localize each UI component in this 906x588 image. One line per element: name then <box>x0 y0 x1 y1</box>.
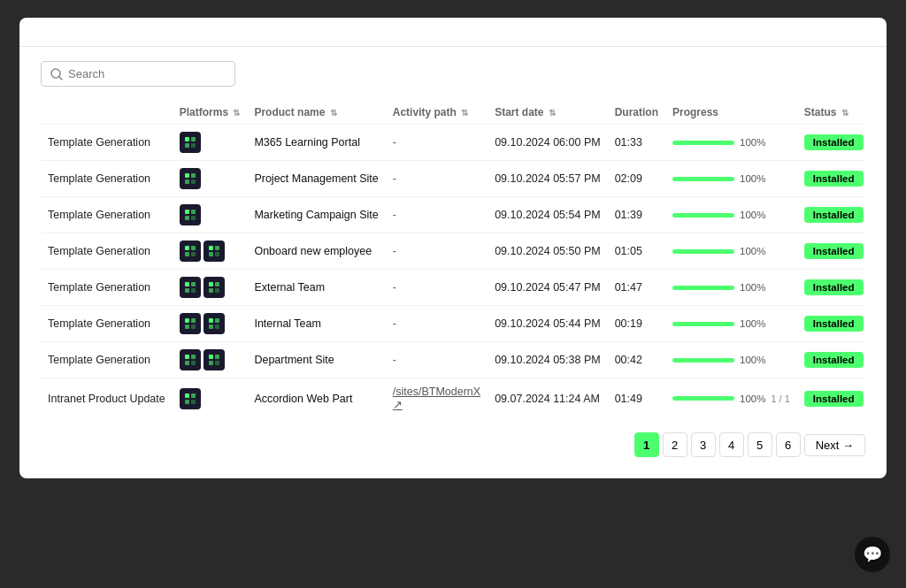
svg-rect-24 <box>185 288 189 293</box>
activity-type-cell: Template Generation <box>41 233 173 270</box>
svg-rect-47 <box>191 393 196 398</box>
page-button-6[interactable]: 6 <box>776 432 801 457</box>
status-badge: Installed <box>804 134 864 150</box>
platform-icon <box>180 168 201 189</box>
activity-type-cell: Template Generation <box>41 306 173 342</box>
platform-icon <box>203 241 225 262</box>
activity-type-cell: Template Generation <box>41 161 173 197</box>
duration-cell: 00:19 <box>608 306 665 342</box>
svg-rect-18 <box>209 246 213 250</box>
progress-bar-bg <box>672 141 734 145</box>
activity-path: - <box>393 354 396 366</box>
progress-pct: 100% <box>740 318 765 329</box>
search-input[interactable] <box>68 67 226 80</box>
activity-path: - <box>393 245 396 257</box>
svg-rect-45 <box>215 361 219 365</box>
svg-rect-11 <box>191 210 196 214</box>
progress-cell: 100% <box>665 161 797 197</box>
platform-icons <box>180 204 241 225</box>
svg-rect-25 <box>191 288 196 293</box>
svg-rect-30 <box>185 318 189 323</box>
progress-wrap: 100% <box>672 355 790 365</box>
activity-path: - <box>393 136 396 149</box>
platform-icon <box>203 349 225 370</box>
platform-icon <box>180 277 201 298</box>
table-row: Template GenerationM365 Learning Portal-… <box>41 125 865 161</box>
page-button-4[interactable]: 4 <box>719 432 744 457</box>
activity-report-modal: Platforms ⇅ Product name ⇅ Activity path… <box>19 18 887 478</box>
svg-rect-21 <box>215 252 219 256</box>
activity-path-cell: - <box>386 270 488 306</box>
page-button-3[interactable]: 3 <box>691 432 716 457</box>
progress-cell: 100%1 / 1 <box>665 378 797 419</box>
status-cell: Installed <box>797 125 865 161</box>
platform-icons <box>180 277 241 298</box>
progress-cell: 100% <box>665 342 797 378</box>
activity-table: Platforms ⇅ Product name ⇅ Activity path… <box>41 101 865 418</box>
status-cell: Installed <box>797 197 865 233</box>
duration: 01:47 <box>615 281 642 294</box>
progress-cell: 100% <box>665 233 797 270</box>
svg-rect-6 <box>185 173 189 178</box>
platform-icon <box>180 388 201 409</box>
svg-rect-23 <box>191 282 196 286</box>
modal-header <box>19 18 887 47</box>
platforms-cell <box>173 233 248 270</box>
duration-cell: 01:39 <box>608 197 665 233</box>
platforms-cell <box>173 161 248 197</box>
svg-line-1 <box>59 77 62 80</box>
table-row: Template GenerationExternal Team-09.10.2… <box>41 270 865 306</box>
start-date: 09.10.2024 05:50 PM <box>495 245 601 257</box>
progress-bar-fill <box>672 213 734 218</box>
svg-rect-41 <box>191 361 196 365</box>
progress-bar-fill <box>672 249 734 254</box>
table-header-row: Platforms ⇅ Product name ⇅ Activity path… <box>41 101 865 125</box>
start-date-cell: 09.10.2024 05:54 PM <box>488 197 608 233</box>
progress-wrap: 100% <box>672 173 790 184</box>
status-badge: Installed <box>804 352 864 368</box>
start-date-cell: 09.10.2024 05:50 PM <box>488 233 608 270</box>
platform-icon <box>203 313 225 334</box>
page-button-2[interactable]: 2 <box>663 432 687 457</box>
status-badge: Installed <box>804 316 864 332</box>
activity-path-link[interactable]: /sites/BTModernX ↗ <box>393 386 480 411</box>
product-name-cell: Department Site <box>247 342 385 378</box>
svg-rect-33 <box>191 325 196 329</box>
svg-rect-16 <box>185 252 189 256</box>
table-row: Template GenerationInternal Team-09.10.2… <box>41 306 865 342</box>
activity-path-cell: - <box>386 306 488 342</box>
duration-cell: 01:47 <box>608 270 665 306</box>
progress-cell: 100% <box>665 270 797 306</box>
product-name: Marketing Campaign Site <box>254 209 378 221</box>
svg-rect-48 <box>185 400 189 404</box>
page-button-5[interactable]: 5 <box>748 432 772 457</box>
progress-bar-bg <box>672 286 734 290</box>
progress-wrap: 100% <box>672 246 790 256</box>
start-date: 09.10.2024 05:47 PM <box>495 281 601 294</box>
status-badge: Installed <box>804 391 864 407</box>
svg-rect-7 <box>191 173 196 178</box>
activity-path-cell: - <box>386 342 488 378</box>
svg-rect-36 <box>209 325 213 329</box>
progress-bar-fill <box>672 358 734 363</box>
col-duration: Duration <box>608 101 665 125</box>
svg-rect-46 <box>185 393 189 398</box>
activity-type: Template Generation <box>48 172 150 185</box>
svg-rect-17 <box>191 252 196 256</box>
progress-bar-bg <box>672 213 734 218</box>
progress-wrap: 100% <box>672 318 790 329</box>
duration: 01:33 <box>615 136 642 149</box>
platform-icons <box>180 132 241 153</box>
duration-cell: 01:33 <box>608 125 665 161</box>
page-button-1[interactable]: 1 <box>634 432 659 457</box>
svg-rect-35 <box>215 318 219 323</box>
duration: 01:39 <box>615 209 642 221</box>
activity-type: Template Generation <box>48 209 150 221</box>
duration: 01:05 <box>615 245 642 257</box>
table-body: Template GenerationM365 Learning Portal-… <box>41 125 865 419</box>
status-cell: Installed <box>797 378 865 419</box>
next-page-button[interactable]: Next → <box>804 434 865 456</box>
chat-button[interactable]: 💬 <box>855 537 890 572</box>
activity-path-cell: /sites/BTModernX ↗ <box>386 378 488 419</box>
svg-rect-34 <box>209 318 213 323</box>
